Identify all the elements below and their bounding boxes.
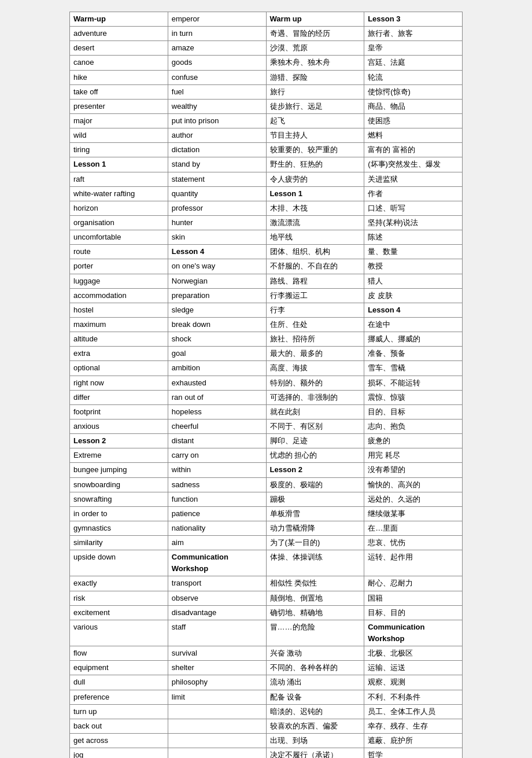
table-cell: back out [70,719,168,733]
table-cell: Lesson 3 [364,12,463,27]
table-cell: 乘独木舟、独木舟 [266,56,364,70]
table-cell: 兴奋 激动 [266,646,364,661]
table-cell: gymnastics [70,521,168,535]
table-cell: distant [168,434,266,448]
table-cell: break down [168,317,266,332]
table-cell: bungee jumping [70,463,168,477]
table-cell: 雪车、雪橇 [364,361,463,376]
table-cell: 最大的、最多的 [266,347,364,361]
table-cell: right now [70,376,168,390]
table-cell: Lesson 4 [364,303,463,317]
table-cell: 旅行 [266,84,364,99]
table-cell: 极度的、极端的 [266,477,364,492]
table-cell: 皮 皮肤 [364,288,463,303]
table-cell: 节目主持人 [266,128,364,143]
table-cell: hopeless [168,404,266,419]
table-cell: 准备、预备 [364,347,463,361]
table-cell: 震惊、惊骇 [364,390,463,404]
table-cell: Communication Workshop [364,620,463,646]
table-cell: 关进监狱 [364,172,463,186]
table-cell: anxious [70,419,168,433]
table-cell: hostel [70,303,168,317]
table-cell: 确切地、精确地 [266,605,364,620]
table-cell: risk [70,591,168,605]
table-cell: 使困惑 [364,113,463,128]
table-cell: exactly [70,576,168,591]
table-cell: route [70,245,168,259]
table-cell: 运转、起作用 [364,550,463,576]
table-cell: hunter [168,215,266,230]
table-cell: 商品、物品 [364,99,463,113]
table-cell: 体操、体操训练 [266,550,364,576]
table-cell: ran out of [168,390,266,404]
table-cell: 耐心、忍耐力 [364,576,463,591]
table-cell: 沙漠、荒原 [266,41,364,56]
table-cell: Communication Workshop [168,550,266,576]
table-cell: 颠倒地、倒置地 [266,591,364,605]
table-cell: author [168,128,266,143]
table-cell: major [70,113,168,128]
table-cell: tiring [70,143,168,157]
table-cell: sadness [168,477,266,492]
table-cell: sledge [168,303,266,317]
table-cell: 激流漂流 [266,215,364,230]
table-cell: altitude [70,332,168,347]
table-cell: 配备 设备 [266,690,364,704]
table-cell: 住所、住处 [266,317,364,332]
table-cell: preparation [168,288,266,303]
table-cell: 可选择的、非强制的 [266,390,364,404]
table-cell: excitement [70,605,168,620]
table-cell: goods [168,56,266,70]
table-cell: 旅行者、旅客 [364,27,463,41]
table-cell: 冒……的危险 [266,620,364,646]
table-cell: amaze [168,41,266,56]
table-cell: 不利、不利条件 [364,690,463,704]
table-cell: 单板滑雪 [266,506,364,521]
table-cell: 皇帝 [364,41,463,56]
table-cell: various [70,620,168,646]
table-cell [168,704,266,719]
table-cell: 轮流 [364,70,463,84]
table-cell: footprint [70,404,168,419]
table-cell: patience [168,506,266,521]
table-cell: 地平线 [266,230,364,245]
table-cell: 决定不履行（承诺） [266,748,364,758]
table-cell: transport [168,576,266,591]
table-cell: 坚持(某种)说法 [364,215,463,230]
table-cell: extra [70,347,168,361]
table-cell: turn up [70,704,168,719]
table-cell: jog [70,748,168,758]
table-cell: limit [168,690,266,704]
table-cell: Lesson 1 [70,157,168,172]
table-cell: 就在此刻 [266,404,364,419]
table-cell: accommodation [70,288,168,303]
vocab-table: Warm-upemperorWarm upLesson 3adventurein… [69,12,463,758]
table-cell: 在途中 [364,317,463,332]
table-cell: 为了(某一目的) [266,536,364,550]
table-cell: carry on [168,448,266,463]
table-cell: nationality [168,521,266,535]
table-cell: 动力雪橇滑降 [266,521,364,535]
table-cell: 较重要的、较严重的 [266,143,364,157]
table-cell: similarity [70,536,168,550]
table-cell: (坏事)突然发生、爆发 [364,157,463,172]
table-cell: 徒步旅行、远足 [266,99,364,113]
table-cell: 宫廷、法庭 [364,56,463,70]
table-cell: differ [70,390,168,404]
table-cell: desert [70,41,168,56]
table-cell: stand by [168,157,266,172]
table-cell: optional [70,361,168,376]
table-cell: exhausted [168,376,266,390]
table-cell: quantity [168,186,266,201]
table-cell: 遮蔽、庇护所 [364,734,463,748]
table-cell: ambition [168,361,266,376]
table-cell: in order to [70,506,168,521]
table-cell: Warm-up [70,12,168,27]
table-cell: 游猎、探险 [266,70,364,84]
table-cell: preference [70,690,168,704]
table-cell: adventure [70,27,168,41]
table-cell: 员工、全体工作人员 [364,704,463,719]
table-cell: 愉快的、高兴的 [364,477,463,492]
table-cell: horizon [70,201,168,215]
table-cell: 不同的、各种各样的 [266,661,364,675]
